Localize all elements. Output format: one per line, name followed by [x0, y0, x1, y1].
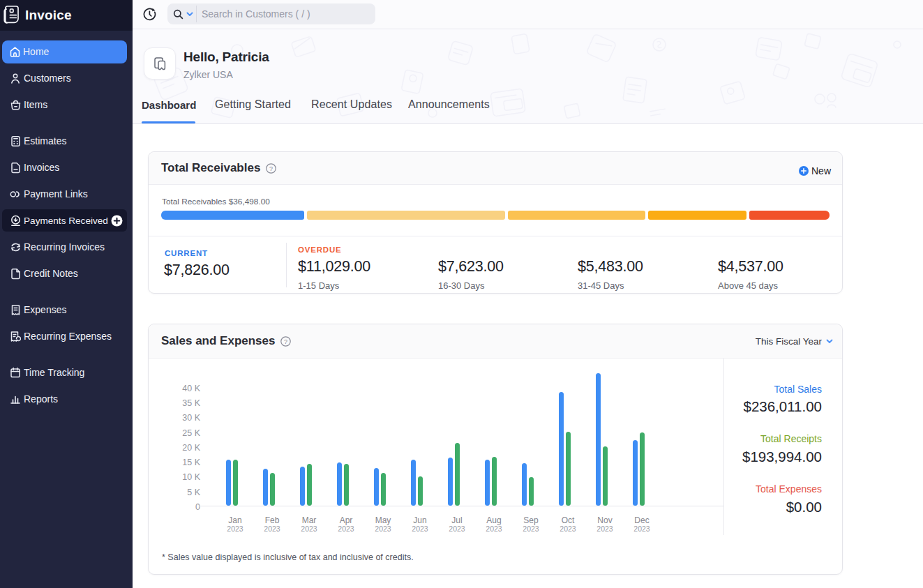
svg-text:?: ? [269, 165, 273, 172]
svg-text:?: ? [284, 338, 287, 345]
